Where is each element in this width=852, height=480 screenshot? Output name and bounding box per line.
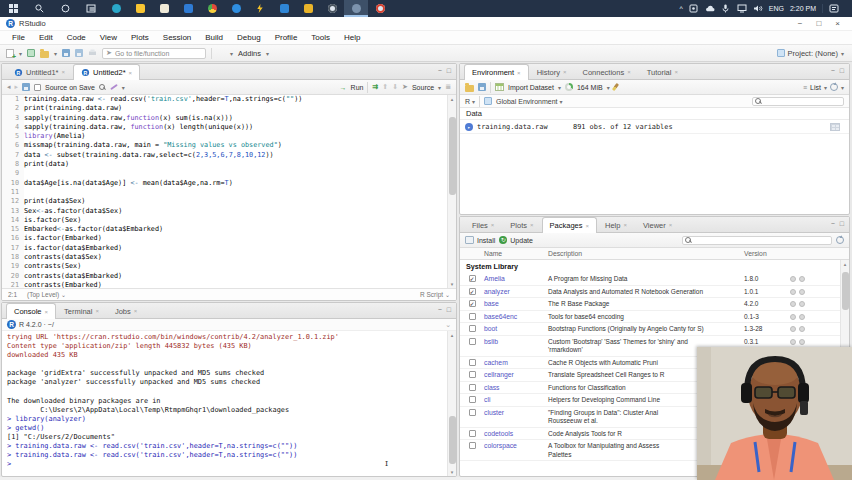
package-row-analyzer[interactable]: ✓analyzerData Analysis and Automated R N…: [460, 286, 849, 299]
microphone-icon[interactable]: [721, 4, 731, 14]
packages-tab-help[interactable]: Help×: [597, 217, 635, 232]
save-icon[interactable]: [62, 49, 70, 57]
load-workspace-icon[interactable]: [465, 85, 474, 92]
package-loaded-checkbox[interactable]: [469, 359, 476, 366]
env-maximize-icon[interactable]: □: [840, 67, 844, 74]
console-scroll-down-icon[interactable]: ▾: [451, 469, 454, 475]
import-dataset-button[interactable]: Import Dataset: [508, 84, 554, 91]
package-name-link[interactable]: cluster: [484, 409, 548, 416]
taskbar-app-messenger-icon[interactable]: [224, 0, 248, 17]
tab-close-icon[interactable]: ×: [517, 70, 521, 76]
tab-close-icon[interactable]: ×: [134, 308, 138, 314]
environment-object-row[interactable]: ▸ training.data.raw 891 obs. of 12 varia…: [460, 120, 849, 134]
package-browse-icon[interactable]: [790, 314, 796, 320]
tab-close-icon[interactable]: ×: [674, 69, 678, 75]
source-button[interactable]: Source: [412, 84, 434, 91]
source-caret[interactable]: ▾: [438, 84, 441, 91]
console-scrollbar[interactable]: ▴ ▾: [447, 331, 456, 476]
install-button[interactable]: Install: [465, 236, 495, 244]
menu-file[interactable]: File: [6, 31, 31, 44]
env-minimize-icon[interactable]: −: [831, 67, 835, 74]
code-tools-caret[interactable]: ▾: [122, 84, 125, 91]
package-remove-icon[interactable]: [799, 289, 805, 295]
environment-tab-environment[interactable]: Environment×: [464, 64, 529, 80]
package-row-base[interactable]: ✓baseThe R Base Package4.2.0: [460, 298, 849, 311]
menu-code[interactable]: Code: [61, 31, 92, 44]
list-view-selector[interactable]: List: [810, 84, 821, 91]
packages-tab-plots[interactable]: Plots×: [502, 217, 541, 232]
taskbar-app-vscode-icon[interactable]: [272, 0, 296, 17]
package-loaded-checkbox[interactable]: [469, 396, 476, 403]
menu-profile[interactable]: Profile: [269, 31, 304, 44]
scroll-down-icon[interactable]: ▾: [451, 281, 454, 287]
package-name-link[interactable]: base64enc: [484, 313, 548, 320]
package-loaded-checkbox[interactable]: [469, 430, 476, 437]
task-view-icon[interactable]: [78, 0, 104, 17]
pkg-minimize-icon[interactable]: −: [831, 220, 835, 227]
taskbar-app-file-explorer-icon[interactable]: [128, 0, 152, 17]
column-name[interactable]: Name: [460, 250, 548, 257]
package-name-link[interactable]: Amelia: [484, 275, 548, 282]
view-data-icon[interactable]: [830, 123, 840, 131]
package-remove-icon[interactable]: [799, 301, 805, 307]
package-browse-icon[interactable]: [790, 289, 796, 295]
taskbar-app-edge-icon[interactable]: [104, 0, 128, 17]
package-loaded-checkbox[interactable]: [469, 384, 476, 391]
console-tab-console[interactable]: Console×: [6, 303, 56, 319]
taskbar-app-powerbi-icon[interactable]: [296, 0, 320, 17]
column-version[interactable]: Version: [744, 250, 790, 257]
update-button[interactable]: ↻ Update: [499, 236, 533, 244]
forward-icon[interactable]: ▸: [15, 83, 19, 91]
code-editor[interactable]: 1training.data.raw <- read.csv('train.cs…: [2, 95, 456, 288]
clear-objects-icon[interactable]: [612, 83, 619, 91]
package-browse-icon[interactable]: [790, 339, 796, 345]
package-loaded-checkbox[interactable]: [469, 409, 476, 416]
refresh-caret[interactable]: ▾: [841, 84, 844, 91]
run-down-icon[interactable]: ⬇: [392, 83, 398, 91]
package-row-base64enc[interactable]: base64encTools for base64 encoding0.1-3: [460, 311, 849, 324]
rerun-icon[interactable]: ⇉: [372, 83, 378, 91]
import-caret[interactable]: ▾: [558, 84, 561, 91]
tray-app-icon[interactable]: [689, 4, 699, 14]
refresh-packages-icon[interactable]: [836, 236, 844, 244]
minimize-button[interactable]: −: [798, 19, 803, 28]
language-indicator[interactable]: ENG: [769, 5, 784, 12]
package-loaded-checkbox[interactable]: [469, 313, 476, 320]
taskbar-app-lightning-app-icon[interactable]: [248, 0, 272, 17]
list-view-caret[interactable]: ▾: [824, 84, 827, 91]
taskbar-app-dark-dial-app-icon[interactable]: [320, 0, 344, 17]
memory-caret[interactable]: ▾: [607, 84, 610, 91]
source-minimize-icon[interactable]: −: [438, 67, 442, 74]
environment-tab-tutorial[interactable]: Tutorial×: [639, 64, 686, 79]
package-row-amelia[interactable]: ✓AmeliaA Program for Missing Data1.8.0: [460, 273, 849, 286]
taskbar-app-sticky-notes-icon[interactable]: [152, 0, 176, 17]
package-name-link[interactable]: boot: [484, 325, 548, 332]
menu-view[interactable]: View: [94, 31, 123, 44]
start-button-icon[interactable]: [0, 0, 26, 17]
console-output[interactable]: trying URL 'https://cran.rstudio.com/bin…: [2, 331, 456, 476]
scroll-up-icon[interactable]: ▴: [451, 96, 454, 102]
menu-plots[interactable]: Plots: [125, 31, 155, 44]
onedrive-cloud-icon[interactable]: [705, 4, 715, 14]
back-icon[interactable]: ◂: [7, 83, 11, 91]
package-name-link[interactable]: class: [484, 384, 548, 391]
open-file-icon[interactable]: [40, 51, 49, 58]
package-row-boot[interactable]: bootBootstrap Functions (Originally by A…: [460, 323, 849, 336]
package-loaded-checkbox[interactable]: ✓: [469, 288, 476, 295]
tab-close-icon[interactable]: ×: [586, 223, 590, 229]
package-name-link[interactable]: base: [484, 300, 548, 307]
panes-layout-icon[interactable]: [217, 49, 225, 57]
menu-tools[interactable]: Tools: [305, 31, 336, 44]
menu-help[interactable]: Help: [338, 31, 366, 44]
tab-close-icon[interactable]: ×: [669, 222, 673, 228]
package-browse-icon[interactable]: [790, 301, 796, 307]
packages-tab-viewer[interactable]: Viewer×: [635, 217, 680, 232]
package-remove-icon[interactable]: [799, 339, 805, 345]
package-name-link[interactable]: bslib: [484, 338, 548, 345]
menu-session[interactable]: Session: [157, 31, 197, 44]
network-display-icon[interactable]: [737, 4, 747, 14]
source-maximize-icon[interactable]: □: [447, 67, 451, 74]
find-replace-icon[interactable]: [99, 84, 106, 91]
package-name-link[interactable]: colorspace: [484, 442, 548, 449]
maximize-button[interactable]: □: [816, 19, 821, 28]
